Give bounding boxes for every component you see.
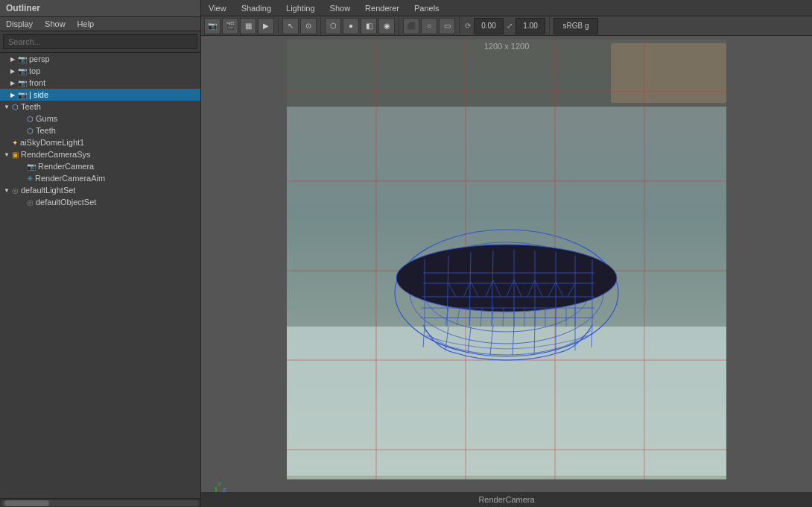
- svg-rect-2: [611, 43, 726, 103]
- select-icon[interactable]: ↖: [282, 18, 299, 34]
- cube-icon[interactable]: ⬛: [403, 18, 419, 34]
- label-defaultlightset: defaultLightSet: [21, 186, 75, 195]
- viewport-panel: View Shading Lighting Show Renderer Pane…: [201, 0, 812, 507]
- tree-item-defaultlightset[interactable]: ▼ ◎ defaultLightSet: [0, 184, 200, 196]
- flat-icon[interactable]: ◧: [361, 18, 377, 34]
- label-persp: persp: [29, 54, 50, 63]
- scale-value[interactable]: 1.00: [516, 18, 545, 34]
- tex-icon[interactable]: ◉: [378, 18, 395, 34]
- tree-item-persp[interactable]: ▶ 📷 persp: [0, 53, 200, 65]
- wireframe-icon[interactable]: ⬡: [325, 18, 341, 34]
- axes-indicator: Y X Z: [216, 481, 232, 492]
- sep1: [278, 17, 279, 35]
- label-rendercameraaim: RenderCameraAim: [35, 174, 105, 183]
- svg-text:Y: Y: [218, 481, 222, 488]
- label-side: | side: [29, 90, 48, 99]
- label-aiskylight: aiSkyDomeLight1: [20, 138, 84, 147]
- mesh-icon-teeth: ⬡: [12, 103, 19, 111]
- camera-label-text: RenderCamera: [478, 495, 534, 504]
- label-teeth: Teeth: [21, 102, 41, 111]
- camera-icon-rendercamera: 📷: [27, 163, 36, 171]
- film-toolbar-icon[interactable]: 🎬: [222, 18, 238, 34]
- camera-icon-persp: 📷: [18, 55, 27, 63]
- lasso-icon[interactable]: ⊙: [300, 18, 317, 34]
- scroll-thumb[interactable]: [4, 500, 49, 506]
- tree-item-side[interactable]: ▶ 📷 | side: [0, 89, 200, 101]
- mesh-icon-gums: ⬡: [27, 115, 34, 123]
- group-icon-rendercamerasys: ▣: [12, 151, 19, 159]
- outliner-menu-display[interactable]: Display: [0, 17, 39, 31]
- label-defaultobjectset: defaultObjectSet: [36, 198, 96, 207]
- light-icon-aiskylight: ✦: [12, 139, 18, 147]
- search-input[interactable]: [3, 34, 197, 49]
- sphere-icon[interactable]: ○: [421, 18, 437, 34]
- viewport-toolbar: 📷 🎬 ▦ ▶ ↖ ⊙ ⬡ ● ◧ ◉ ⬛ ○ ▭ ⟳ 0.00 ⤢ 1.00 …: [201, 16, 812, 36]
- svg-point-16: [396, 245, 617, 312]
- arrow-teeth: ▼: [3, 104, 10, 110]
- label-front: front: [29, 78, 45, 87]
- outliner-menu-help[interactable]: Help: [72, 17, 101, 31]
- scroll-track: [1, 500, 199, 506]
- smooth-icon[interactable]: ●: [343, 18, 359, 34]
- sep2: [320, 17, 321, 35]
- arrow-top: ▶: [9, 68, 16, 75]
- set-icon-defaultlightset: ◎: [12, 186, 19, 195]
- sep5: [549, 17, 550, 35]
- outliner-menu-show[interactable]: Show: [39, 17, 72, 31]
- aim-icon-rendercameraaim: ✳: [27, 174, 33, 183]
- viewport-render: Y X Z: [201, 36, 812, 492]
- camera-icon-side: 📷: [18, 91, 27, 99]
- viewport-menu-lighting[interactable]: Lighting: [279, 2, 323, 14]
- outliner-menubar: Display Show Help: [0, 17, 200, 31]
- outliner-panel: Outliner Display Show Help ▶ 📷 persp ▶ 📷…: [0, 0, 201, 507]
- scale-label: ⤢: [505, 22, 514, 30]
- canvas-area[interactable]: 1200 x 1200: [201, 36, 812, 492]
- viewport-menu-renderer[interactable]: Renderer: [358, 2, 407, 14]
- viewport-menubar: View Shading Lighting Show Renderer Pane…: [201, 0, 812, 16]
- sep4: [459, 17, 460, 35]
- camera-label: RenderCamera: [201, 492, 812, 507]
- sep3: [399, 17, 399, 35]
- camera-icon-front: 📷: [18, 79, 27, 87]
- arrow-persp: ▶: [9, 56, 16, 63]
- viewport-menu-show[interactable]: Show: [323, 2, 358, 14]
- tree-item-rendercamerasys[interactable]: ▼ ▣ RenderCameraSys: [0, 148, 200, 160]
- render-region-icon[interactable]: ▦: [240, 18, 256, 34]
- outliner-tree: ▶ 📷 persp ▶ 📷 top ▶ 📷 front ▶: [0, 53, 200, 498]
- label-gums: Gums: [36, 114, 57, 123]
- label-rendercamera: RenderCamera: [38, 162, 94, 171]
- camera-toolbar-icon[interactable]: 📷: [204, 18, 221, 34]
- tree-item-aiskylight[interactable]: ✦ aiSkyDomeLight1: [0, 136, 200, 148]
- tree-item-rendercameraaim[interactable]: ✳ RenderCameraAim: [0, 172, 200, 184]
- label-teeth2: Teeth: [36, 126, 56, 135]
- outliner-title: Outliner: [0, 0, 200, 17]
- rotation-value[interactable]: 0.00: [474, 18, 504, 34]
- mesh-icon-teeth2: ⬡: [27, 127, 34, 135]
- label-top: top: [29, 66, 40, 75]
- viewport-menu-panels[interactable]: Panels: [407, 2, 447, 14]
- cylinder-icon[interactable]: ▭: [439, 18, 455, 34]
- colorspace-value[interactable]: sRGB g: [554, 18, 598, 34]
- tree-item-front[interactable]: ▶ 📷 front: [0, 77, 200, 89]
- arrow-rendercamerasys: ▼: [3, 151, 10, 158]
- arrow-front: ▶: [9, 80, 16, 86]
- outliner-horizontal-scrollbar[interactable]: [0, 498, 200, 507]
- tree-item-teeth[interactable]: ▼ ⬡ Teeth: [0, 101, 200, 113]
- tree-item-gums[interactable]: ⬡ Gums: [0, 113, 200, 125]
- outliner-search-bar: [0, 31, 200, 53]
- tree-item-rendercamera[interactable]: 📷 RenderCamera: [0, 160, 200, 172]
- rotation-label: ⟳: [463, 22, 472, 30]
- camera-icon-top: 📷: [18, 67, 27, 75]
- tree-item-top[interactable]: ▶ 📷 top: [0, 65, 200, 77]
- label-rendercamerasys: RenderCameraSys: [21, 150, 91, 159]
- resolution-label: 1200 x 1200: [484, 42, 530, 51]
- tree-item-defaultobjectset[interactable]: ◎ defaultObjectSet: [0, 196, 200, 208]
- set-icon-defaultobjectset: ◎: [27, 198, 34, 207]
- arrow-side: ▶: [9, 92, 16, 98]
- tree-item-teeth2[interactable]: ⬡ Teeth: [0, 125, 200, 136]
- arrow-defaultlightset: ▼: [3, 187, 10, 194]
- viewport-menu-shading[interactable]: Shading: [234, 2, 279, 14]
- viewport-menu-view[interactable]: View: [201, 2, 234, 14]
- play-icon[interactable]: ▶: [258, 18, 274, 34]
- svg-text:Z: Z: [223, 487, 226, 492]
